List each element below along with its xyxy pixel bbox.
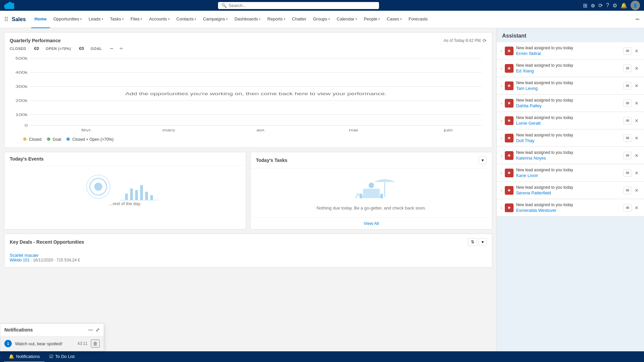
nav-tab-opportunities[interactable]: Opportunities ▾ (50, 11, 85, 28)
utility-bar-right: ⊞ ⊕ ⟳ ? ⚙ 🔔 👤 (583, 1, 640, 10)
nav-tab-accounts[interactable]: Accounts ▾ (146, 11, 173, 28)
tasks-view-all-link[interactable]: View All (251, 217, 492, 229)
assist-name[interactable]: Esmeralda Westover (516, 208, 621, 213)
assist-email-button[interactable]: ✉ (623, 47, 632, 55)
assist-close-button[interactable]: ✕ (633, 100, 640, 107)
assist-chevron-icon[interactable]: › (501, 119, 502, 123)
avatar[interactable]: 👤 (631, 1, 640, 10)
assist-name[interactable]: Dahlia Palley (516, 103, 621, 108)
help-icon[interactable]: ? (606, 2, 609, 8)
assist-close-button[interactable]: ✕ (633, 65, 640, 72)
deal-name[interactable]: Scarlet macaw (10, 253, 487, 258)
nav-tab-cases[interactable]: Cases ▾ (383, 11, 405, 28)
assist-email-button[interactable]: ✉ (623, 82, 632, 89)
assist-chevron-icon[interactable]: › (501, 136, 502, 140)
assist-star-icon: ★ (505, 151, 514, 160)
assist-name[interactable]: Lorrie Geratt (516, 121, 621, 126)
svg-text:mai: mai (349, 128, 358, 132)
assist-email-button[interactable]: ✉ (623, 169, 632, 177)
search-bar[interactable]: 🔍 Search... (218, 2, 379, 9)
assist-email-button[interactable]: ✉ (623, 152, 632, 159)
deal-link[interactable]: Wikido 151 (10, 258, 30, 262)
bottom-tab-notifications-label: Notifications (16, 354, 40, 359)
assist-close-button[interactable]: ✕ (633, 117, 640, 124)
nav-tab-chatter-label: Chatter (292, 16, 307, 21)
tasks-illustration (341, 175, 401, 202)
assist-name[interactable]: Kane Livoir (516, 173, 621, 178)
assist-chevron-icon[interactable]: › (501, 188, 502, 192)
assist-chevron-icon[interactable]: › (501, 206, 502, 210)
nav-tab-home[interactable]: Home (31, 11, 50, 28)
assist-actions: ✉ ✕ (623, 100, 640, 107)
assist-chevron-icon[interactable]: › (501, 171, 502, 175)
minimize-icon[interactable]: — (88, 327, 93, 333)
deals-sort-button[interactable]: ⇅ (468, 238, 477, 246)
assist-name[interactable]: Doll Thay (516, 138, 621, 143)
nav-tab-people[interactable]: People ▾ (361, 11, 383, 28)
assist-email-button[interactable]: ✉ (623, 117, 632, 124)
nav-tab-dashboards[interactable]: Dashboards ▾ (231, 11, 264, 28)
assist-email-button[interactable]: ✉ (623, 187, 632, 194)
nav-tab-files[interactable]: Files ▾ (127, 11, 146, 28)
svg-rect-32 (363, 189, 380, 195)
assistant-item: › ★ New lead assigned to you today Ermin… (497, 42, 644, 60)
nav-tab-tasks[interactable]: Tasks ▾ (107, 11, 127, 28)
assist-email-button[interactable]: ✉ (623, 100, 632, 107)
nav-tab-chatter[interactable]: Chatter (289, 11, 310, 28)
assist-star-icon: ★ (505, 99, 514, 108)
svg-text:500k: 500k (15, 56, 28, 60)
refresh-button[interactable]: ⟳ (483, 38, 487, 43)
refresh-icon[interactable]: ⟳ (598, 2, 603, 9)
assist-chevron-icon[interactable]: › (501, 84, 502, 88)
app-menu-icon[interactable]: ⠿ (4, 16, 8, 23)
assist-close-button[interactable]: ✕ (633, 204, 640, 211)
expand-icon[interactable]: ⤢ (96, 327, 100, 333)
goal-edit-icon[interactable]: ✏ (120, 46, 123, 51)
assist-close-button[interactable]: ✕ (633, 170, 640, 176)
settings-icon[interactable]: ⚙ (612, 2, 617, 9)
assist-name[interactable]: Tam Leung (516, 86, 621, 91)
nav-tab-campaigns[interactable]: Campaigns ▾ (200, 11, 231, 28)
assistant-item: › ★ New lead assigned to you today Tam L… (497, 77, 644, 95)
plus-icon[interactable]: ⊕ (591, 2, 595, 9)
bell-icon[interactable]: 🔔 (621, 2, 627, 9)
assist-name[interactable]: Ermin Skitral (516, 51, 621, 56)
svg-text:avr.: avr. (257, 128, 266, 132)
assist-close-button[interactable]: ✕ (633, 152, 640, 159)
assist-chevron-icon[interactable]: › (501, 66, 502, 70)
assist-name[interactable]: Katerina Noyes (516, 156, 621, 161)
nav-tabs: Home Opportunities ▾ Leads ▾ Tasks ▾ Fil… (31, 11, 431, 28)
nav-tab-forecasts[interactable]: Forecasts (405, 11, 431, 28)
nav-tab-files-label: Files (130, 16, 140, 21)
bottom-tab-todo-label: To Do List (55, 354, 75, 359)
nav-tab-contacts-label: Contacts (176, 16, 194, 21)
assist-close-button[interactable]: ✕ (633, 135, 640, 141)
assist-chevron-icon[interactable]: › (501, 49, 502, 53)
grid-icon[interactable]: ⊞ (583, 2, 587, 9)
assist-name[interactable]: Serena Patterfield (516, 190, 621, 195)
assist-content: New lead assigned to you today Ermin Ski… (516, 46, 621, 56)
nav-tab-leads[interactable]: Leads ▾ (85, 11, 106, 28)
nav-tab-contacts[interactable]: Contacts ▾ (173, 11, 200, 28)
assist-title: New lead assigned to you today (516, 46, 621, 50)
assist-name[interactable]: Ed Xiang (516, 68, 621, 73)
nav-tab-calendar[interactable]: Calendar ▾ (333, 11, 361, 28)
deals-filter-button[interactable]: ▾ (479, 238, 487, 246)
assist-close-button[interactable]: ✕ (633, 187, 640, 194)
assist-chevron-icon[interactable]: › (501, 101, 502, 105)
assist-email-button[interactable]: ✉ (623, 134, 632, 142)
assist-email-button[interactable]: ✉ (623, 65, 632, 72)
notif-delete-button[interactable]: 🗑 (91, 340, 100, 348)
bottom-tab-todo[interactable]: ☑ To Do List (45, 352, 79, 362)
tasks-dropdown-button[interactable]: ▾ (479, 156, 487, 164)
assist-close-button[interactable]: ✕ (633, 48, 640, 54)
assist-email-button[interactable]: ✉ (623, 204, 632, 212)
bottom-tab-notifications[interactable]: 🔔 Notifications (4, 352, 45, 362)
assist-close-button[interactable]: ✕ (633, 82, 640, 89)
assist-chevron-icon[interactable]: › (501, 154, 502, 158)
nav-tab-groups[interactable]: Groups ▾ (310, 11, 333, 28)
nav-tab-reports[interactable]: Reports ▾ (264, 11, 289, 28)
chevron-down-icon: ▾ (328, 17, 330, 21)
nav-edit-icon[interactable]: ✏ (636, 16, 640, 22)
assistant-item: › ★ New lead assigned to you today Seren… (497, 182, 644, 199)
